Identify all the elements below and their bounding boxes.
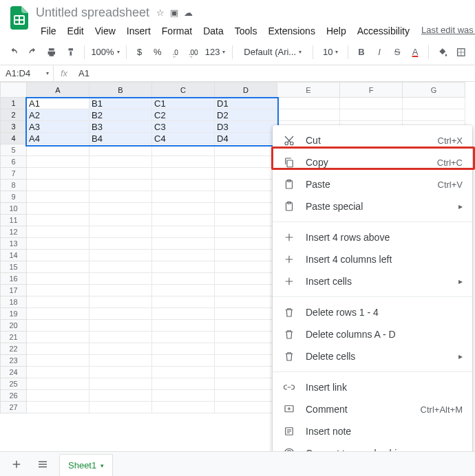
cell-B23[interactable] [89, 355, 152, 367]
cell-D24[interactable] [215, 367, 277, 378]
cell-C22[interactable] [152, 343, 215, 355]
font-select[interactable]: Default (Ari... [238, 43, 307, 61]
col-header-B[interactable]: B [89, 83, 152, 98]
menu-insert[interactable]: Insert [122, 23, 156, 39]
cell-C8[interactable] [152, 180, 215, 191]
cell-D7[interactable] [215, 168, 277, 180]
ctx-delete-cells[interactable]: Delete cells ▸ [273, 345, 472, 367]
cell-B22[interactable] [89, 343, 152, 355]
cell-C3[interactable]: C3 [152, 121, 215, 133]
cell-C2[interactable]: C2 [152, 109, 215, 121]
cell-B11[interactable] [89, 215, 152, 226]
cell-D27[interactable] [215, 402, 277, 413]
ctx-insert-cells[interactable]: Insert cells ▸ [273, 270, 472, 292]
cell-C10[interactable] [152, 203, 215, 215]
cell-B2[interactable]: B2 [89, 109, 152, 121]
col-header-D[interactable]: D [215, 83, 277, 98]
cell-B18[interactable] [89, 296, 152, 308]
row-header-23[interactable]: 23 [1, 355, 27, 367]
row-header-19[interactable]: 19 [1, 308, 27, 320]
cell-D25[interactable] [215, 378, 277, 390]
cell-B1[interactable]: B1 [89, 98, 152, 109]
ctx-delete-cols[interactable]: Delete columns A - D [273, 323, 472, 345]
cell-B12[interactable] [89, 226, 152, 238]
formula-input[interactable]: A1 [74, 68, 475, 78]
star-icon[interactable]: ☆ [156, 8, 165, 18]
row-header-3[interactable]: 3 [1, 121, 27, 133]
ctx-cut[interactable]: Cut Ctrl+X [273, 129, 472, 151]
cell-E2[interactable] [277, 109, 340, 121]
cell-C27[interactable] [152, 402, 215, 413]
number-format-button[interactable]: 123 [204, 43, 227, 61]
menu-help[interactable]: Help [321, 23, 351, 39]
cell-A5[interactable] [27, 144, 89, 156]
cell-B4[interactable]: B4 [89, 133, 152, 144]
strikethrough-button[interactable]: S [390, 43, 405, 61]
cell-B19[interactable] [89, 308, 152, 320]
cell-A6[interactable] [27, 156, 89, 168]
cell-C18[interactable] [152, 296, 215, 308]
cell-D13[interactable] [215, 238, 277, 250]
cell-D19[interactable] [215, 308, 277, 320]
row-header-4[interactable]: 4 [1, 133, 27, 144]
cell-A15[interactable] [27, 261, 89, 273]
cell-A4[interactable]: A4 [27, 133, 89, 144]
cell-A7[interactable] [27, 168, 89, 180]
menu-edit[interactable]: Edit [63, 23, 89, 39]
cell-D18[interactable] [215, 296, 277, 308]
cell-B3[interactable]: B3 [89, 121, 152, 133]
cell-B8[interactable] [89, 180, 152, 191]
move-icon[interactable]: ▣ [170, 8, 178, 18]
row-header-22[interactable]: 22 [1, 343, 27, 355]
cell-D22[interactable] [215, 343, 277, 355]
menu-accessibility[interactable]: Accessibility [352, 23, 414, 39]
print-button[interactable] [43, 43, 60, 61]
row-header-26[interactable]: 26 [1, 390, 27, 402]
row-header-18[interactable]: 18 [1, 296, 27, 308]
cell-A23[interactable] [27, 355, 89, 367]
cell-B5[interactable] [89, 144, 152, 156]
cell-D4[interactable]: D4 [215, 133, 277, 144]
name-box[interactable]: A1:D4 [0, 65, 54, 81]
row-header-24[interactable]: 24 [1, 367, 27, 378]
row-header-16[interactable]: 16 [1, 273, 27, 285]
cell-C25[interactable] [152, 378, 215, 390]
row-header-20[interactable]: 20 [1, 320, 27, 332]
bold-button[interactable]: B [354, 43, 369, 61]
cell-C26[interactable] [152, 390, 215, 402]
cell-B26[interactable] [89, 390, 152, 402]
cell-C23[interactable] [152, 355, 215, 367]
cell-D10[interactable] [215, 203, 277, 215]
currency-button[interactable]: $ [132, 43, 147, 61]
cell-E1[interactable] [277, 98, 340, 109]
cell-D15[interactable] [215, 261, 277, 273]
cell-A27[interactable] [27, 402, 89, 413]
row-header-1[interactable]: 1 [1, 98, 27, 109]
cell-C14[interactable] [152, 250, 215, 261]
font-size-select[interactable]: 10 [319, 43, 342, 61]
cell-A8[interactable] [27, 180, 89, 191]
ctx-insert-cols[interactable]: Insert 4 columns left [273, 248, 472, 270]
cell-B10[interactable] [89, 203, 152, 215]
row-header-25[interactable]: 25 [1, 378, 27, 390]
col-header-E[interactable]: E [277, 83, 340, 98]
cell-F2[interactable] [340, 109, 403, 121]
cell-A1[interactable]: A1 [27, 98, 89, 109]
row-header-9[interactable]: 9 [1, 191, 27, 203]
ctx-insert-link[interactable]: Insert link [273, 376, 472, 398]
cell-A19[interactable] [27, 308, 89, 320]
cell-D11[interactable] [215, 215, 277, 226]
cell-C17[interactable] [152, 285, 215, 296]
cell-A13[interactable] [27, 238, 89, 250]
menu-extensions[interactable]: Extensions [263, 23, 319, 39]
row-header-6[interactable]: 6 [1, 156, 27, 168]
menu-tools[interactable]: Tools [230, 23, 262, 39]
row-header-13[interactable]: 13 [1, 238, 27, 250]
fill-color-button[interactable] [434, 43, 451, 61]
ctx-delete-rows[interactable]: Delete rows 1 - 4 [273, 301, 472, 323]
cell-B6[interactable] [89, 156, 152, 168]
italic-button[interactable]: I [372, 43, 387, 61]
cell-C5[interactable] [152, 144, 215, 156]
cell-C20[interactable] [152, 320, 215, 332]
cell-A11[interactable] [27, 215, 89, 226]
